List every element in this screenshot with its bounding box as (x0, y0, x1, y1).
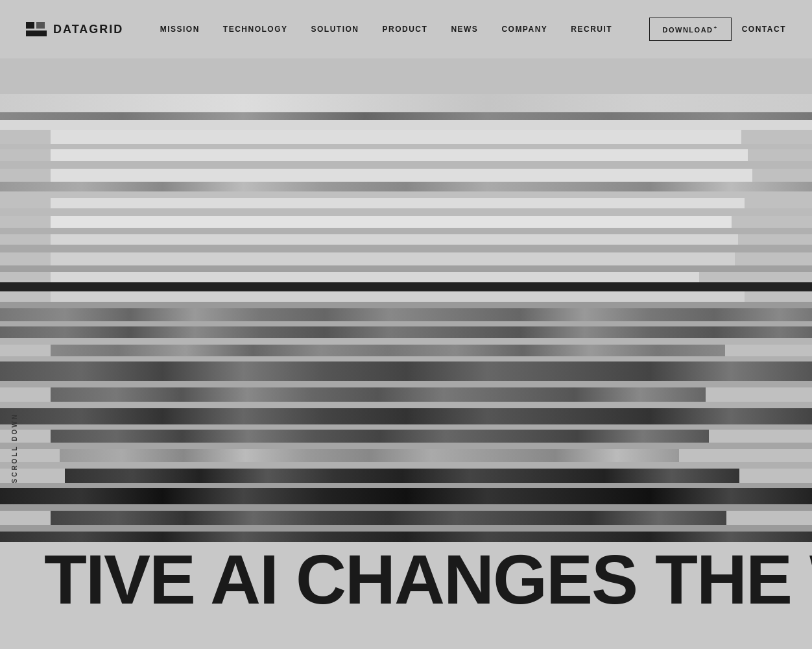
glitch-band-2 (0, 112, 812, 120)
glitch-band-26 (0, 338, 812, 345)
glitch-band-42 (0, 504, 812, 511)
glitch-band-7 (0, 161, 812, 169)
main-nav: MISSION TECHNOLOGY SOLUTION PRODUCT NEWS… (160, 25, 612, 34)
glitch-band-31 (0, 387, 812, 402)
glitch-band-18 (0, 265, 812, 272)
glitch-band-6 (0, 149, 812, 161)
glitch-band-33 (0, 408, 812, 424)
hero-tagline-bar: TIVE AI CHANGES THE WORLD. GENERAT (0, 542, 812, 617)
glitch-band-41 (0, 488, 812, 504)
glitch-band-3 (0, 120, 812, 130)
glitch-band-24 (0, 321, 812, 326)
glitch-band-38 (0, 462, 812, 469)
glitch-band-8 (0, 169, 812, 182)
glitch-band-15 (0, 234, 812, 245)
glitch-band-43 (0, 511, 812, 525)
download-button[interactable]: DOWNLOAD+ (649, 18, 732, 41)
logo-icon (26, 22, 47, 36)
glitch-band-4 (0, 130, 812, 144)
glitch-band-17 (0, 252, 812, 265)
glitch-band-30 (0, 381, 812, 387)
glitch-band-1 (0, 94, 812, 112)
glitch-band-21 (0, 291, 812, 302)
contact-link[interactable]: CONTACT (742, 25, 786, 34)
glitch-band-13 (0, 216, 812, 228)
glitch-band-34 (0, 424, 812, 430)
site-header: DATAGRID MISSION TECHNOLOGY SOLUTION PRO… (0, 0, 812, 58)
hero-tagline: TIVE AI CHANGES THE WORLD. GENERAT (0, 545, 812, 615)
glitch-visual (0, 94, 812, 617)
glitch-band-23 (0, 308, 812, 321)
glitch-band-36 (0, 443, 812, 449)
logo-link[interactable]: DATAGRID (26, 22, 123, 36)
glitch-band-9 (0, 182, 812, 191)
glitch-band-29 (0, 361, 812, 381)
logo-square-1 (26, 22, 34, 29)
glitch-band-40 (0, 483, 812, 488)
nav-news[interactable]: NEWS (451, 25, 478, 34)
glitch-band-20 (0, 282, 812, 291)
nav-technology[interactable]: TECHNOLOGY (223, 25, 288, 34)
glitch-band-27 (0, 345, 812, 356)
glitch-band-19 (0, 272, 812, 282)
logo-square-2 (36, 22, 45, 29)
hero-section: TIVE AI CHANGES THE WORLD. GENERAT © DAT… (0, 58, 812, 617)
glitch-band-16 (0, 245, 812, 252)
scroll-down-label: SCROLL DOWN (11, 413, 18, 483)
glitch-band-35 (0, 430, 812, 443)
glitch-band-37 (0, 449, 812, 462)
glitch-band-14 (0, 228, 812, 234)
download-label: DOWNLOAD (663, 26, 713, 34)
glitch-band-12 (0, 208, 812, 216)
nav-solution[interactable]: SOLUTION (311, 25, 359, 34)
glitch-band-11 (0, 198, 812, 208)
glitch-band-10 (0, 191, 812, 198)
glitch-band-44 (0, 525, 812, 532)
header-actions: DOWNLOAD+ CONTACT (649, 18, 786, 41)
nav-company[interactable]: COMPANY (501, 25, 547, 34)
nav-mission[interactable]: MISSION (160, 25, 200, 34)
glitch-band-22 (0, 302, 812, 308)
nav-product[interactable]: PRODUCT (383, 25, 428, 34)
glitch-band-25 (0, 326, 812, 338)
logo-text: DATAGRID (53, 23, 123, 36)
logo-rect-bottom (26, 31, 47, 36)
download-sup: + (714, 25, 718, 31)
glitch-band-28 (0, 356, 812, 361)
glitch-band-32 (0, 402, 812, 408)
glitch-band-5 (0, 144, 812, 149)
nav-recruit[interactable]: RECRUIT (571, 25, 612, 34)
glitch-band-39 (0, 469, 812, 483)
